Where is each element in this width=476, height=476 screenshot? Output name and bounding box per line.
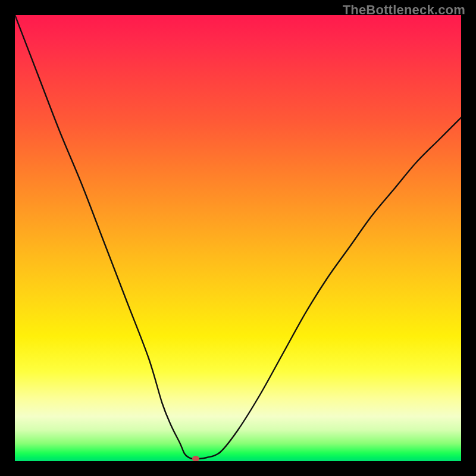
optimum-marker [192,456,199,461]
bottleneck-curve [15,15,461,461]
watermark-text: TheBottleneck.com [343,2,465,18]
plot-area [15,15,461,461]
chart-frame: TheBottleneck.com [0,0,476,476]
